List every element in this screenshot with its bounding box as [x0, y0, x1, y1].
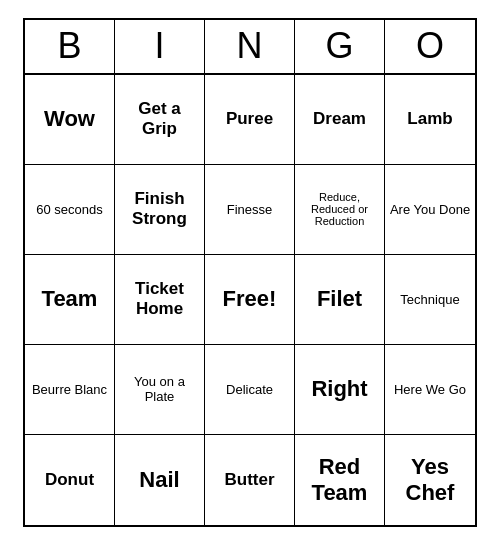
bingo-cell: Finish Strong: [115, 165, 205, 255]
bingo-cell: Team: [25, 255, 115, 345]
bingo-cell: Reduce, Reduced or Reduction: [295, 165, 385, 255]
header-letter: I: [115, 20, 205, 75]
header-letter: N: [205, 20, 295, 75]
bingo-cell: Wow: [25, 75, 115, 165]
bingo-cell: Ticket Home: [115, 255, 205, 345]
bingo-cell: Dream: [295, 75, 385, 165]
bingo-header: BINGO: [25, 20, 475, 75]
bingo-cell: Here We Go: [385, 345, 475, 435]
header-letter: B: [25, 20, 115, 75]
bingo-cell: Donut: [25, 435, 115, 525]
bingo-cell: Puree: [205, 75, 295, 165]
bingo-cell: Filet: [295, 255, 385, 345]
header-letter: O: [385, 20, 475, 75]
bingo-cell: 60 seconds: [25, 165, 115, 255]
bingo-cell: Delicate: [205, 345, 295, 435]
bingo-cell: Yes Chef: [385, 435, 475, 525]
bingo-cell: Butter: [205, 435, 295, 525]
bingo-cell: You on a Plate: [115, 345, 205, 435]
bingo-grid: WowGet a GripPureeDreamLamb60 secondsFin…: [25, 75, 475, 525]
bingo-cell: Red Team: [295, 435, 385, 525]
bingo-cell: Get a Grip: [115, 75, 205, 165]
bingo-cell: Lamb: [385, 75, 475, 165]
bingo-cell: Right: [295, 345, 385, 435]
bingo-cell: Nail: [115, 435, 205, 525]
bingo-cell: Technique: [385, 255, 475, 345]
bingo-cell: Free!: [205, 255, 295, 345]
bingo-cell: Are You Done: [385, 165, 475, 255]
header-letter: G: [295, 20, 385, 75]
bingo-card: BINGO WowGet a GripPureeDreamLamb60 seco…: [23, 18, 477, 527]
bingo-cell: Finesse: [205, 165, 295, 255]
bingo-cell: Beurre Blanc: [25, 345, 115, 435]
